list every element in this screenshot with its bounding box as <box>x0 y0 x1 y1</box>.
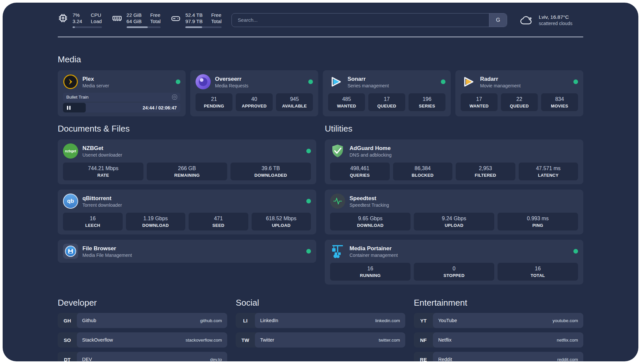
section-title-documents: Documents & Files <box>58 124 316 134</box>
link-badge: DT <box>58 352 77 361</box>
cpu-icon <box>58 13 68 23</box>
app-card-portainer[interactable]: Media Portainer Container management 16 … <box>325 240 583 285</box>
stat-value: 618.52 Mbps <box>254 215 309 222</box>
stat-value: 16 <box>332 265 409 272</box>
search-engine-button[interactable]: G <box>489 14 507 27</box>
memory-progress-fill <box>127 26 148 28</box>
link-badge: LI <box>236 313 255 328</box>
stat-label: AVAILABLE <box>278 104 311 108</box>
section-title-media: Media <box>58 54 583 64</box>
stat-label: DOWNLOADED <box>232 173 309 178</box>
stat-value: 17 <box>370 96 403 103</box>
stat-box: 2,953 FILTERED <box>456 163 515 180</box>
stat-value: 266 GB <box>149 165 225 172</box>
status-dot <box>308 79 313 84</box>
memory-progress-bar <box>127 26 161 28</box>
app-card-overseerr[interactable]: Overseerr Media Requests 21 PENDING 40 A… <box>190 70 318 116</box>
cpu-load-value: 3.24 <box>73 18 82 24</box>
app-card-nzbget[interactable]: nzbget NZBGet Usenet downloader 744.21 M… <box>58 139 316 184</box>
link-name: DEV <box>82 357 92 361</box>
app-subtitle: DNS and adblocking <box>350 152 392 158</box>
app-subtitle: Usenet downloader <box>82 152 122 158</box>
app-name: Radarr <box>480 76 521 82</box>
section-media: Media Plex Media server <box>58 54 583 116</box>
app-card-plex[interactable]: Plex Media server Bullet Train 24:44 / 0… <box>58 70 186 116</box>
link-name: StackOverflow <box>82 337 113 343</box>
stat-value: 22 <box>503 96 536 103</box>
plex-icon <box>63 74 78 89</box>
now-playing-row: Bullet Train <box>63 93 180 102</box>
disk-free-value: 52.4 TB <box>185 12 202 18</box>
radarr-icon <box>461 74 476 89</box>
memory-total-value: 64 GiB <box>127 18 142 24</box>
disk-progress-bar <box>185 26 222 28</box>
app-card-speedtest[interactable]: Speedtest Speedtest Tracking 9.65 Gbps D… <box>325 190 583 234</box>
stat-box: 196 SERIES <box>409 93 445 111</box>
app-card-adguard[interactable]: AdGuard Home DNS and adblocking 498,461 … <box>325 139 583 184</box>
link-url: stackoverflow.com <box>186 338 222 343</box>
link-url: netflix.com <box>557 338 578 343</box>
stat-value: 47.571 ms <box>521 165 576 172</box>
memory-free-value: 22 GiB <box>127 12 142 18</box>
now-playing-progress-fill <box>63 103 86 112</box>
link-reddit[interactable]: RE Reddit reddit.com <box>414 352 583 361</box>
stat-box: 618.52 Mbps UPLOAD <box>252 213 311 230</box>
cpu-usage-value: 7% <box>73 12 82 18</box>
stat-value: 21 <box>198 96 230 103</box>
link-url: youtube.com <box>553 318 578 323</box>
link-youtube[interactable]: YT YouTube youtube.com <box>414 313 583 328</box>
app-card-qbittorrent[interactable]: qb qBittorrent Torrent downloader 16 LEE… <box>58 190 316 234</box>
stat-value: 1.19 Gbps <box>128 215 184 222</box>
stat-value: 16 <box>500 265 576 272</box>
app-subtitle: Movie management <box>480 83 521 88</box>
stat-value: 40 <box>238 96 271 103</box>
stat-label: MOVIES <box>543 104 576 108</box>
app-name: qBittorrent <box>82 195 122 202</box>
stat-value: 0 <box>416 265 492 272</box>
link-twitter[interactable]: TW Twitter twitter.com <box>236 332 405 348</box>
search-input[interactable] <box>232 14 489 27</box>
section-title-developer: Developer <box>58 298 227 308</box>
app-card-filebrowser[interactable]: File Browser Media File Management <box>58 240 316 263</box>
app-card-radarr[interactable]: Radarr Movie management 17 WANTED 22 QUE… <box>455 70 583 116</box>
stat-box: 39.6 TB DOWNLOADED <box>230 163 311 180</box>
link-name: Reddit <box>438 357 452 361</box>
stat-label: WANTED <box>330 104 363 108</box>
app-name: Speedtest <box>350 195 389 202</box>
link-netflix[interactable]: NF Netflix netflix.com <box>414 332 583 348</box>
stat-value: 945 <box>278 96 311 103</box>
top-bar: 7% 3.24 CPU Load <box>58 12 583 28</box>
stat-value: 86,384 <box>395 165 451 172</box>
stat-box: 16 LEECH <box>63 213 123 230</box>
link-stackoverflow[interactable]: SO StackOverflow stackoverflow.com <box>58 332 227 348</box>
dashboard-panel: 7% 3.24 CPU Load <box>3 3 638 361</box>
link-github[interactable]: GH Github github.com <box>58 313 227 328</box>
link-linkedin[interactable]: LI LinkedIn linkedin.com <box>236 313 405 328</box>
link-badge: SO <box>58 332 77 348</box>
link-name: Github <box>82 318 96 323</box>
stat-label: QUEUED <box>370 104 403 108</box>
section-utilities: Utilities <box>325 124 583 285</box>
app-subtitle: Torrent downloader <box>82 202 122 208</box>
stat-value: 498,461 <box>332 165 388 172</box>
qbittorrent-icon: qb <box>63 194 78 209</box>
stat-box: 86,384 BLOCKED <box>393 163 453 180</box>
stat-label: BLOCKED <box>395 173 451 178</box>
stat-label: WANTED <box>463 104 496 108</box>
app-card-sonarr[interactable]: Sonarr Series management 485 WANTED 17 Q… <box>323 70 451 116</box>
status-dot <box>306 149 311 153</box>
stat-value: 2,953 <box>458 165 513 172</box>
section-social: Social LI LinkedIn linkedin.com TW Twitt… <box>236 298 405 361</box>
stat-label: LEECH <box>65 223 121 228</box>
status-dot <box>573 79 578 84</box>
stat-label: DOWNLOAD <box>332 223 409 228</box>
section-title-social: Social <box>236 298 405 308</box>
stat-label: APPROVED <box>238 104 271 108</box>
now-playing-settings-icon[interactable] <box>172 95 177 100</box>
link-dev[interactable]: DT DEV dev.to <box>58 352 227 361</box>
app-name: AdGuard Home <box>350 145 392 152</box>
weather-widget[interactable]: Lviv, 16.87°C scattered clouds <box>519 14 583 27</box>
stat-value: 16 <box>65 215 121 222</box>
stat-value: 834 <box>543 96 576 103</box>
pause-icon[interactable] <box>67 106 71 110</box>
